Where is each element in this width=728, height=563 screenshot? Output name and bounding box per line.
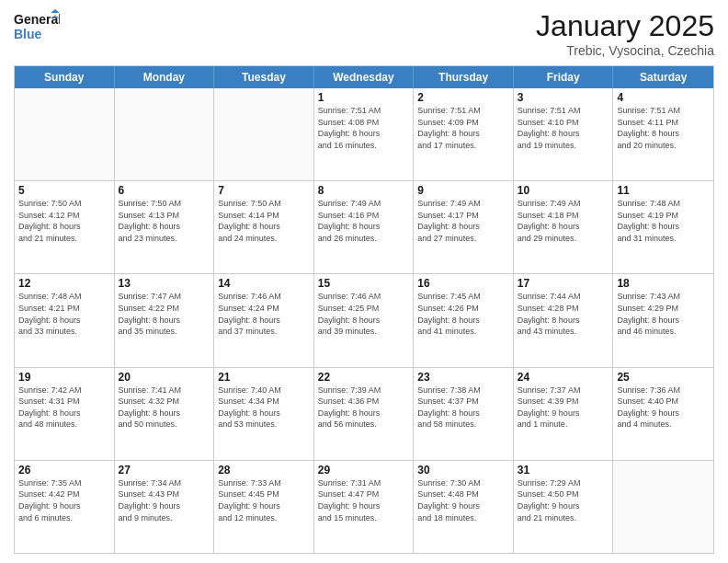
calendar-subtitle: Trebic, Vysocina, Czechia	[536, 43, 714, 58]
logo-svg: General Blue	[14, 9, 60, 44]
day-number: 25	[617, 371, 710, 384]
day-number: 5	[18, 184, 110, 197]
day-number: 1	[318, 91, 410, 104]
day-info: Sunrise: 7:42 AM Sunset: 4:31 PM Dayligh…	[18, 385, 110, 431]
day-number: 30	[417, 464, 509, 477]
day-number: 4	[617, 91, 710, 104]
day-19: 19Sunrise: 7:42 AM Sunset: 4:31 PM Dayli…	[15, 368, 115, 460]
svg-marker-2	[51, 9, 60, 13]
page-header: General Blue January 2025 Trebic, Vysoci…	[14, 9, 714, 58]
empty-cell-0-1	[115, 88, 215, 180]
day-info: Sunrise: 7:49 AM Sunset: 4:18 PM Dayligh…	[518, 198, 609, 244]
week-row-2: 5Sunrise: 7:50 AM Sunset: 4:12 PM Daylig…	[15, 180, 713, 273]
day-number: 28	[218, 464, 310, 477]
day-number: 10	[518, 184, 609, 197]
day-20: 20Sunrise: 7:41 AM Sunset: 4:32 PM Dayli…	[115, 368, 215, 460]
week-row-3: 12Sunrise: 7:48 AM Sunset: 4:21 PM Dayli…	[15, 273, 713, 366]
day-30: 30Sunrise: 7:30 AM Sunset: 4:48 PM Dayli…	[414, 461, 514, 553]
day-21: 21Sunrise: 7:40 AM Sunset: 4:34 PM Dayli…	[214, 368, 314, 460]
day-number: 6	[119, 184, 210, 197]
svg-text:Blue: Blue	[14, 27, 42, 41]
day-27: 27Sunrise: 7:34 AM Sunset: 4:43 PM Dayli…	[115, 461, 215, 553]
day-number: 17	[518, 277, 609, 290]
day-info: Sunrise: 7:51 AM Sunset: 4:10 PM Dayligh…	[518, 105, 609, 151]
day-number: 23	[417, 371, 509, 384]
day-15: 15Sunrise: 7:46 AM Sunset: 4:25 PM Dayli…	[314, 274, 415, 366]
day-info: Sunrise: 7:50 AM Sunset: 4:14 PM Dayligh…	[218, 198, 310, 244]
day-info: Sunrise: 7:46 AM Sunset: 4:25 PM Dayligh…	[318, 291, 410, 337]
calendar-body: 1Sunrise: 7:51 AM Sunset: 4:08 PM Daylig…	[15, 88, 713, 553]
week-row-5: 26Sunrise: 7:35 AM Sunset: 4:42 PM Dayli…	[15, 460, 713, 553]
day-14: 14Sunrise: 7:46 AM Sunset: 4:24 PM Dayli…	[214, 274, 314, 366]
day-13: 13Sunrise: 7:47 AM Sunset: 4:22 PM Dayli…	[115, 274, 215, 366]
day-info: Sunrise: 7:43 AM Sunset: 4:29 PM Dayligh…	[617, 291, 710, 337]
day-12: 12Sunrise: 7:48 AM Sunset: 4:21 PM Dayli…	[15, 274, 115, 366]
day-info: Sunrise: 7:49 AM Sunset: 4:16 PM Dayligh…	[318, 198, 410, 244]
day-info: Sunrise: 7:48 AM Sunset: 4:21 PM Dayligh…	[18, 291, 110, 337]
empty-cell-0-0	[15, 88, 115, 180]
logo: General Blue	[14, 9, 60, 44]
day-number: 8	[318, 184, 410, 197]
day-number: 13	[119, 277, 210, 290]
day-26: 26Sunrise: 7:35 AM Sunset: 4:42 PM Dayli…	[15, 461, 115, 553]
day-info: Sunrise: 7:51 AM Sunset: 4:08 PM Dayligh…	[318, 105, 410, 151]
empty-cell-0-2	[214, 88, 314, 180]
day-info: Sunrise: 7:35 AM Sunset: 4:42 PM Dayligh…	[18, 477, 110, 523]
day-info: Sunrise: 7:34 AM Sunset: 4:43 PM Dayligh…	[119, 477, 210, 523]
day-info: Sunrise: 7:30 AM Sunset: 4:48 PM Dayligh…	[417, 477, 509, 523]
day-info: Sunrise: 7:44 AM Sunset: 4:28 PM Dayligh…	[518, 291, 609, 337]
day-7: 7Sunrise: 7:50 AM Sunset: 4:14 PM Daylig…	[214, 181, 314, 273]
header-sunday: Sunday	[15, 66, 115, 88]
day-31: 31Sunrise: 7:29 AM Sunset: 4:50 PM Dayli…	[514, 461, 614, 553]
day-info: Sunrise: 7:51 AM Sunset: 4:11 PM Dayligh…	[617, 105, 710, 151]
day-5: 5Sunrise: 7:50 AM Sunset: 4:12 PM Daylig…	[15, 181, 115, 273]
day-number: 18	[617, 277, 710, 290]
day-8: 8Sunrise: 7:49 AM Sunset: 4:16 PM Daylig…	[314, 181, 415, 273]
day-number: 2	[417, 91, 509, 104]
day-25: 25Sunrise: 7:36 AM Sunset: 4:40 PM Dayli…	[613, 368, 713, 460]
day-info: Sunrise: 7:36 AM Sunset: 4:40 PM Dayligh…	[617, 385, 710, 431]
day-info: Sunrise: 7:38 AM Sunset: 4:37 PM Dayligh…	[417, 385, 509, 431]
day-11: 11Sunrise: 7:48 AM Sunset: 4:19 PM Dayli…	[613, 181, 713, 273]
day-number: 12	[18, 277, 110, 290]
day-24: 24Sunrise: 7:37 AM Sunset: 4:39 PM Dayli…	[514, 368, 614, 460]
week-row-4: 19Sunrise: 7:42 AM Sunset: 4:31 PM Dayli…	[15, 367, 713, 460]
day-4: 4Sunrise: 7:51 AM Sunset: 4:11 PM Daylig…	[613, 88, 713, 180]
day-info: Sunrise: 7:33 AM Sunset: 4:45 PM Dayligh…	[218, 477, 310, 523]
day-info: Sunrise: 7:51 AM Sunset: 4:09 PM Dayligh…	[417, 105, 509, 151]
day-info: Sunrise: 7:49 AM Sunset: 4:17 PM Dayligh…	[417, 198, 509, 244]
calendar: SundayMondayTuesdayWednesdayThursdayFrid…	[14, 65, 714, 554]
day-info: Sunrise: 7:29 AM Sunset: 4:50 PM Dayligh…	[518, 477, 609, 523]
day-16: 16Sunrise: 7:45 AM Sunset: 4:26 PM Dayli…	[414, 274, 514, 366]
day-10: 10Sunrise: 7:49 AM Sunset: 4:18 PM Dayli…	[514, 181, 614, 273]
day-number: 21	[218, 371, 310, 384]
day-number: 19	[18, 371, 110, 384]
day-22: 22Sunrise: 7:39 AM Sunset: 4:36 PM Dayli…	[314, 368, 415, 460]
day-info: Sunrise: 7:37 AM Sunset: 4:39 PM Dayligh…	[518, 385, 609, 431]
day-number: 29	[318, 464, 410, 477]
day-info: Sunrise: 7:45 AM Sunset: 4:26 PM Dayligh…	[417, 291, 509, 337]
day-number: 15	[318, 277, 410, 290]
day-number: 24	[518, 371, 609, 384]
day-number: 9	[417, 184, 509, 197]
day-info: Sunrise: 7:47 AM Sunset: 4:22 PM Dayligh…	[119, 291, 210, 337]
day-17: 17Sunrise: 7:44 AM Sunset: 4:28 PM Dayli…	[514, 274, 614, 366]
day-number: 22	[318, 371, 410, 384]
day-6: 6Sunrise: 7:50 AM Sunset: 4:13 PM Daylig…	[115, 181, 215, 273]
day-23: 23Sunrise: 7:38 AM Sunset: 4:37 PM Dayli…	[414, 368, 514, 460]
day-info: Sunrise: 7:46 AM Sunset: 4:24 PM Dayligh…	[218, 291, 310, 337]
header-saturday: Saturday	[613, 66, 713, 88]
day-3: 3Sunrise: 7:51 AM Sunset: 4:10 PM Daylig…	[514, 88, 614, 180]
calendar-header: SundayMondayTuesdayWednesdayThursdayFrid…	[15, 66, 713, 88]
day-number: 14	[218, 277, 310, 290]
day-info: Sunrise: 7:39 AM Sunset: 4:36 PM Dayligh…	[318, 385, 410, 431]
day-1: 1Sunrise: 7:51 AM Sunset: 4:08 PM Daylig…	[314, 88, 415, 180]
week-row-1: 1Sunrise: 7:51 AM Sunset: 4:08 PM Daylig…	[15, 88, 713, 180]
day-info: Sunrise: 7:50 AM Sunset: 4:13 PM Dayligh…	[119, 198, 210, 244]
day-29: 29Sunrise: 7:31 AM Sunset: 4:47 PM Dayli…	[314, 461, 415, 553]
day-number: 11	[617, 184, 710, 197]
day-number: 31	[518, 464, 609, 477]
day-number: 7	[218, 184, 310, 197]
title-block: January 2025 Trebic, Vysocina, Czechia	[536, 9, 714, 58]
header-wednesday: Wednesday	[314, 66, 415, 88]
